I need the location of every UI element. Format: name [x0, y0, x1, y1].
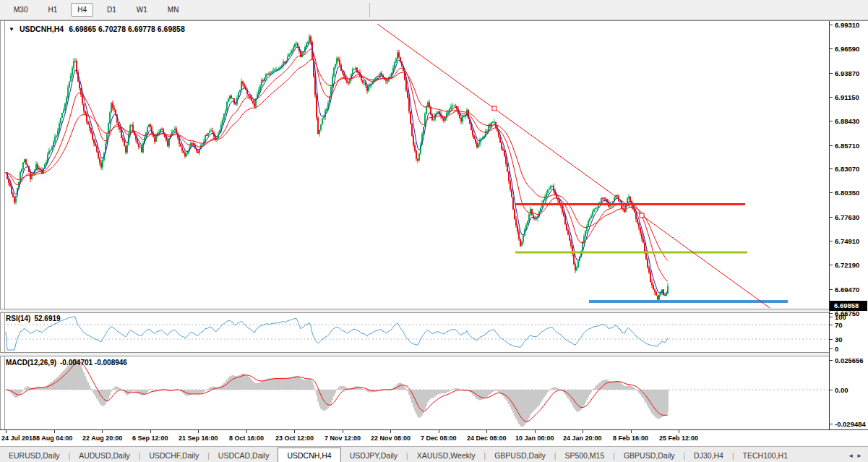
time-axis-label: 8 Feb 16:00 [613, 435, 648, 442]
price-axis-tick [830, 48, 833, 49]
chart-tab-bar: EURUSD,Daily|AUDUSD,Daily|USDCHF,Daily|U… [0, 446, 868, 462]
macd-pane[interactable] [0, 357, 829, 429]
time-axis-label: 7 Nov 12:00 [325, 435, 361, 442]
chart-ohlc-values: 6.69865 6.70278 6.69778 6.69858 [69, 25, 185, 33]
price-axis-label: 6.74910 [835, 237, 859, 245]
trendline-handle[interactable] [492, 106, 497, 111]
timeframe-button-w1[interactable]: W1 [130, 3, 154, 17]
time-axis-label: 23 Oct 12:00 [275, 435, 314, 442]
price-axis-tick [830, 97, 833, 98]
price-axis-label: 6.85710 [835, 142, 859, 150]
price-axis-label: 6.91150 [835, 93, 859, 101]
rsi-axis-label: 30 [835, 335, 843, 343]
macd-name: MACD(12,26,9) [6, 359, 56, 367]
tab-scroll-left-icon[interactable]: ◄ [848, 453, 856, 459]
rsi-value: 52.6919 [34, 315, 60, 322]
tab-scroll-arrows[interactable]: ◄► [848, 453, 865, 459]
ma-line [6, 49, 668, 281]
time-axis-label: 21 Sep 16:00 [179, 435, 218, 442]
price-axis-tick [830, 217, 833, 218]
price-axis-tick [830, 241, 833, 241]
macd-axis-tick [830, 390, 833, 390]
macd-axis-tick [830, 424, 833, 424]
rsi-axis-tick [830, 325, 833, 325]
chart-tab-usdjpy-daily[interactable]: USDJPY,Daily [341, 449, 406, 462]
chart-tab-eurusd-daily[interactable]: EURUSD,Daily [0, 449, 69, 462]
time-axis-label: 7 Dec 08:00 [421, 435, 457, 442]
price-axis-label: 6.83070 [835, 165, 859, 173]
time-axis: 24 Jul 20188 Aug 04:0022 Aug 20:006 Sep … [0, 429, 868, 446]
rsi-pane[interactable] [0, 313, 829, 352]
price-axis-tick [830, 313, 833, 314]
price-axis-tick [830, 168, 833, 169]
price-axis-label: 6.69470 [835, 286, 859, 294]
time-axis-label: 25 Feb 12:00 [659, 435, 698, 442]
macd-axis-label: 0.025656 [835, 356, 864, 364]
macd-axis-label: 0.00 [835, 386, 848, 394]
price-axis-tick [830, 121, 833, 121]
timeframe-button-d1[interactable]: D1 [100, 3, 123, 17]
time-axis-tick [390, 430, 391, 433]
chart-tab-usdchf-daily[interactable]: USDCHF,Daily [140, 449, 207, 462]
price-axis-tick [830, 265, 833, 265]
timeframe-button-h1[interactable]: H1 [41, 3, 64, 17]
chart-tab-sp500-m15[interactable]: SP500,M15 [556, 449, 613, 462]
chart-tab-gbpusd-daily[interactable]: GBPUSD,Daily [486, 449, 554, 462]
price-axis-label: 6.93870 [835, 69, 859, 77]
time-axis-label: 22 Nov 08:00 [371, 435, 411, 442]
time-axis-tick [54, 430, 55, 433]
chart-tab-audusd-daily[interactable]: AUDUSD,Daily [70, 449, 139, 462]
chart-tab-tech100-h1[interactable]: TECH100,H1 [734, 449, 796, 462]
time-axis-label: 24 Jan 20:00 [563, 435, 602, 442]
price-axis-tick [830, 289, 833, 290]
ma-line [6, 43, 668, 294]
pane-resize-bar[interactable] [0, 352, 829, 356]
time-axis-tick [679, 430, 679, 433]
rsi-axis-tick [830, 317, 833, 317]
time-axis-label: 24 Dec 08:00 [467, 435, 507, 442]
macd-axis-label: -0.029484 [835, 420, 866, 428]
chart-tab-usdcnh-h4[interactable]: USDCNH,H4 [278, 448, 340, 462]
time-axis-tick [439, 430, 439, 433]
rsi-axis-tick [830, 339, 833, 340]
time-axis-label: 22 Aug 20:00 [82, 435, 122, 442]
price-axis-label: 6.99310 [835, 21, 859, 29]
price-axis-label: 6.77630 [835, 213, 859, 221]
mt4-window: M30H1H4D1W1MN ▼ USDCNH,H4 6.69865 6.7027… [0, 0, 868, 462]
macd-values: -0.004701 -0.008946 [60, 359, 127, 367]
trendline-handle[interactable] [640, 213, 644, 218]
timeframe-toolbar: M30H1H4D1W1MN [0, 0, 868, 20]
rsi-axis-tick [830, 348, 833, 349]
time-axis-tick [486, 430, 487, 433]
chart-symbol-title: USDCNH,H4 [20, 25, 64, 33]
candlestick-chart[interactable] [0, 22, 829, 308]
chart-window: ▼ USDCNH,H4 6.69865 6.70278 6.69778 6.69… [0, 20, 868, 446]
time-axis-tick [294, 430, 295, 433]
rsi-axis-label: 100 [835, 313, 846, 321]
price-axis-label: 6.88430 [835, 117, 859, 125]
timeframe-button-mn[interactable]: MN [161, 3, 186, 17]
chart-tab-dj30-h4[interactable]: DJ30,H4 [685, 449, 732, 462]
time-axis-label: 8 Oct 16:00 [229, 435, 264, 442]
timeframe-button-m30[interactable]: M30 [7, 3, 34, 17]
macd-label: MACD(12,26,9) -0.004701 -0.008946 [6, 359, 127, 367]
time-axis-tick [343, 430, 343, 433]
chart-tab-usdcad-daily[interactable]: USDCAD,Daily [210, 449, 278, 462]
time-axis-label: 8 Aug 04:00 [36, 435, 72, 442]
time-axis-tick [198, 430, 199, 433]
tab-scroll-right-icon[interactable]: ► [856, 453, 865, 459]
rsi-label: RSI(14) 52.6919 [6, 315, 61, 322]
time-axis-tick [150, 430, 151, 433]
price-axis-label: 6.80350 [835, 189, 859, 197]
candles [5, 34, 669, 303]
time-axis-label: 24 Jul 2018 [1, 435, 36, 442]
chart-tab-xauusd-weekly[interactable]: XAUUSD,Weekly [408, 449, 484, 462]
time-axis-tick [535, 430, 536, 433]
timeframe-button-h4[interactable]: H4 [71, 3, 93, 17]
current-price-tag: 6.69858 [830, 301, 867, 311]
time-axis-tick [583, 430, 583, 433]
rsi-name: RSI(14) [6, 315, 30, 322]
price-axis-tick [830, 192, 833, 193]
chart-tab-gbpusd-daily[interactable]: GBPUSD,Daily [615, 449, 684, 462]
chart-collapse-icon[interactable]: ▼ [9, 26, 14, 33]
